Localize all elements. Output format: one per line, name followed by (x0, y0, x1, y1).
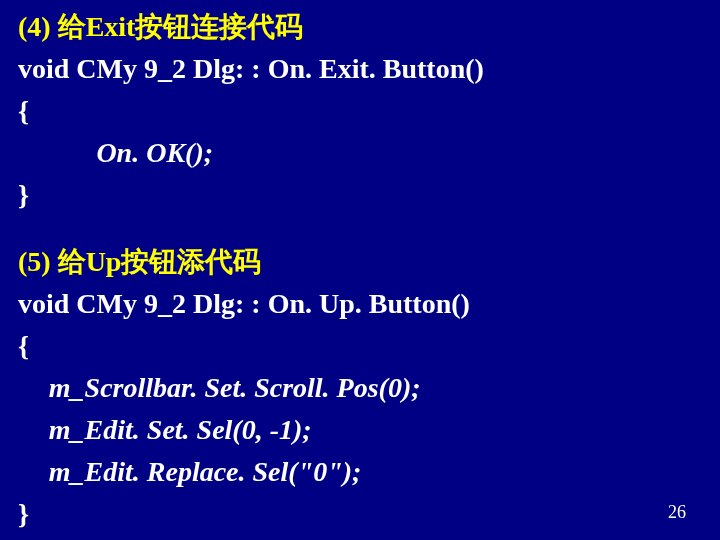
spacer (18, 216, 702, 241)
section-5-open-brace: { (18, 325, 702, 367)
section-5-call-setsel: m_Edit. Set. Sel(0, -1); (18, 409, 702, 451)
section-4-heading: (4) 给Exit按钮连接代码 (18, 6, 702, 48)
section-4-call-onok: On. OK(); (18, 132, 702, 174)
section-5-close-brace: } (18, 493, 702, 535)
section-4-open-brace: { (18, 90, 702, 132)
section-5-call-replacesel: m_Edit. Replace. Sel("0"); (18, 451, 702, 493)
section-5-signature: void CMy 9_2 Dlg: : On. Up. Button() (18, 283, 702, 325)
section-5-call-setscrollpos: m_Scrollbar. Set. Scroll. Pos(0); (18, 367, 702, 409)
section-4-signature: void CMy 9_2 Dlg: : On. Exit. Button() (18, 48, 702, 90)
page-number: 26 (668, 499, 686, 526)
section-4-close-brace: } (18, 174, 702, 216)
section-5-heading: (5) 给Up按钮添代码 (18, 241, 702, 283)
